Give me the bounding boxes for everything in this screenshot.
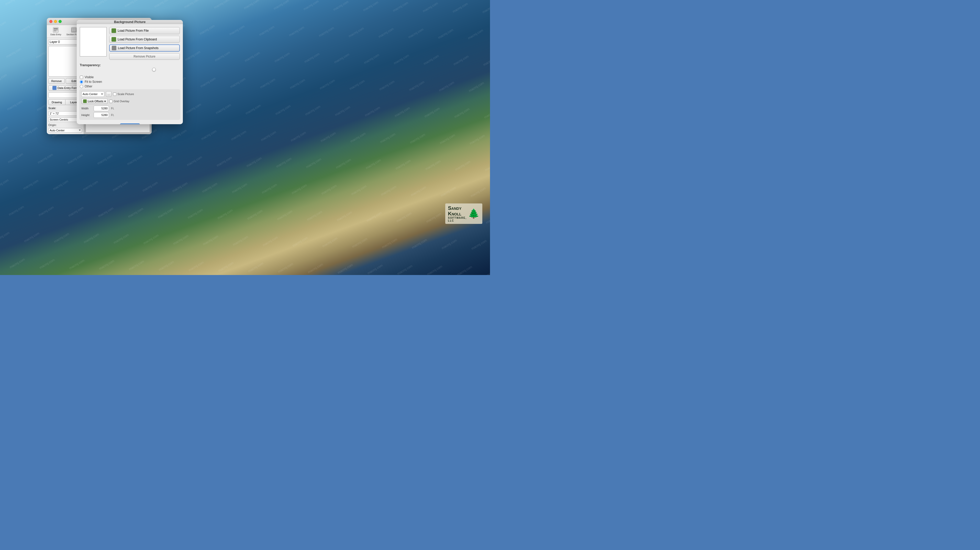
picture-preview [80, 27, 107, 57]
grid-overlay-checkbox[interactable] [109, 100, 113, 103]
traffic-lights [49, 20, 62, 23]
dialog-footer: Close [77, 121, 183, 124]
radio-options-section: Visible Fit to Screen Other [77, 74, 183, 89]
other-option[interactable]: Other [80, 85, 180, 88]
logo-name-bottom: Software, LLC [448, 217, 467, 222]
position-mode-select[interactable]: Auto Center [81, 91, 104, 97]
load-from-file-button[interactable]: Load Picture From File [109, 27, 180, 34]
fit-to-screen-radio[interactable] [80, 80, 83, 84]
logo-name-top: Sandy Knoll [448, 205, 467, 217]
position-arrow-button[interactable]: … [106, 91, 111, 97]
lock-offsets-button[interactable]: Lock Offsets ▾ [81, 98, 108, 104]
svg-rect-5 [54, 31, 56, 31]
remove-button[interactable]: Remove [48, 78, 65, 84]
other-radio[interactable] [80, 85, 83, 88]
visible-option[interactable]: Visible [80, 75, 180, 79]
scale-picture-checkbox[interactable] [113, 92, 116, 96]
height-input[interactable] [94, 112, 109, 118]
lock-icon [83, 100, 87, 103]
logo-tree-icon: 🌲 [468, 208, 479, 219]
svg-rect-4 [54, 30, 58, 30]
width-input[interactable] [94, 106, 109, 111]
grid-overlay-label: Grid Overlay [113, 100, 129, 103]
minimize-traffic-light[interactable] [54, 20, 57, 23]
close-button[interactable]: Close [120, 124, 140, 124]
tab-drawing[interactable]: Drawing [48, 100, 65, 105]
transparency-section: Transparency: [77, 61, 183, 74]
load-buttons-panel: Load Picture From File Load Picture From… [109, 27, 180, 60]
origin-select[interactable]: Auto Center [48, 128, 82, 133]
scale-picture-label: Scale Picture [118, 92, 134, 95]
load-from-clipboard-button[interactable]: Load Picture From Clipboard [109, 36, 180, 43]
data-entry-icon [53, 27, 59, 33]
transparency-slider[interactable] [80, 68, 180, 72]
background-picture-dialog: Background Picture Load Picture From Fil… [77, 20, 183, 124]
fit-to-screen-option[interactable]: Fit to Screen [80, 80, 180, 84]
visible-label: Visible [85, 75, 94, 79]
transparency-label: Transparency: [80, 63, 180, 67]
logo-area: Sandy Knoll Software, LLC 🌲 [445, 203, 482, 224]
data-entry-form-icon [52, 86, 57, 90]
load-file-icon [111, 29, 116, 33]
load-clipboard-icon [111, 37, 116, 42]
position-section: Auto Center … Scale Picture Lock Offsets… [79, 89, 180, 120]
close-traffic-light[interactable] [49, 20, 52, 23]
origin-label: Origin: [48, 124, 82, 127]
dialog-body: Load Picture From File Load Picture From… [77, 24, 183, 61]
maximize-traffic-light[interactable] [59, 20, 62, 23]
dialog-title: Background Picture [114, 20, 146, 24]
fit-to-screen-label: Fit to Screen [85, 80, 102, 84]
width-unit: Ft. [111, 107, 114, 110]
height-row: Height Ft. [81, 112, 178, 118]
load-snapshots-icon [112, 46, 116, 50]
height-label: Height [81, 114, 92, 117]
section-finder-icon [71, 27, 77, 33]
height-unit: Ft. [111, 114, 114, 117]
dialog-titlebar: Background Picture [77, 20, 183, 24]
other-label: Other [85, 85, 92, 88]
width-label: Width [81, 107, 92, 110]
toolbar-data-entry[interactable]: Data Entry [49, 27, 63, 36]
load-from-snapshots-button[interactable]: Load Picture From Snapshots [109, 44, 180, 52]
remove-picture-button[interactable]: Remove Picture [109, 53, 180, 60]
width-row: Width Ft. [81, 106, 178, 111]
svg-rect-3 [54, 28, 58, 29]
visible-checkbox[interactable] [80, 76, 83, 79]
scale-label: Scale: [48, 106, 56, 109]
toolbar-data-entry-label: Data Entry [50, 33, 61, 36]
lock-dropdown-icon: ▾ [104, 100, 106, 103]
